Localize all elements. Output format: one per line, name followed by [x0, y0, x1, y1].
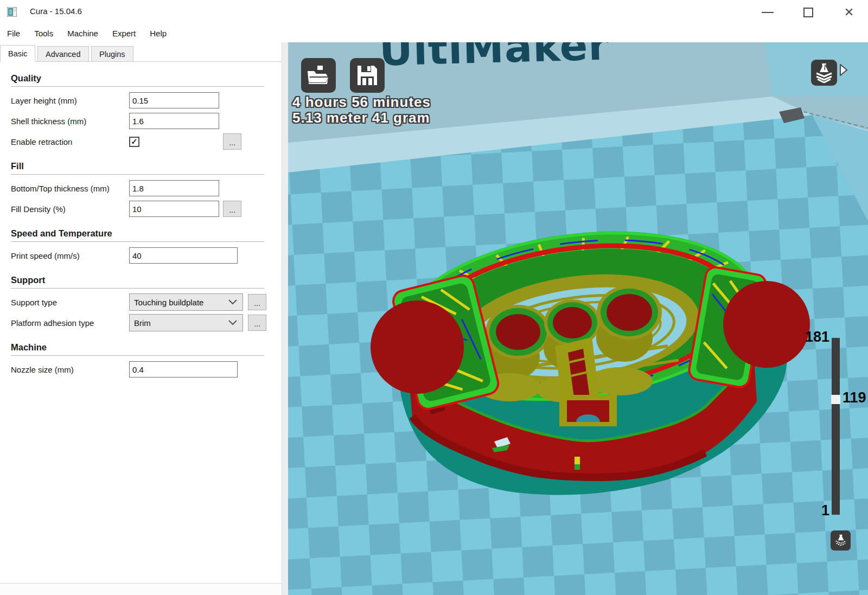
bottom-top-thickness-input[interactable] — [129, 180, 219, 196]
nozzle-size-input[interactable] — [129, 361, 238, 378]
layer-view-mini-button[interactable] — [831, 530, 851, 551]
panel-gutter — [282, 42, 288, 595]
save-toolpath-button[interactable] — [350, 58, 385, 93]
menu-machine[interactable]: Machine — [61, 26, 105, 41]
layer-max-label: 181 — [801, 329, 829, 346]
section-quality: Quality — [11, 73, 264, 87]
tab-advanced[interactable]: Advanced — [37, 46, 89, 62]
section-machine: Machine — [11, 342, 264, 356]
minimize-button[interactable] — [751, 0, 784, 24]
view-mode-button[interactable] — [811, 60, 837, 86]
maximize-icon — [803, 8, 813, 17]
load-model-icon — [307, 65, 330, 86]
close-button[interactable]: ✕ — [833, 0, 865, 24]
maximize-button[interactable] — [792, 0, 825, 24]
layer-height-label: Layer height (mm) — [11, 96, 129, 105]
menubar: File Tools Machine Expert Help — [0, 24, 868, 42]
layer-view-mini-icon — [834, 534, 847, 548]
print-time: 4 hours 56 minutes — [292, 94, 431, 111]
section-fill: Fill — [11, 161, 264, 175]
print-speed-input[interactable] — [129, 247, 238, 264]
fill-density-more-button[interactable]: ... — [223, 201, 241, 217]
support-type-value: Touching buildplate — [134, 298, 203, 307]
platform-adhesion-label: Platform adhesion type — [11, 318, 129, 328]
minimize-icon — [762, 12, 774, 13]
retraction-more-button[interactable]: ... — [223, 133, 241, 150]
support-type-label: Support type — [11, 298, 129, 307]
platform-adhesion-dropdown[interactable]: Brim — [129, 314, 243, 331]
layer-height-input[interactable] — [129, 92, 219, 108]
platform-adhesion-value: Brim — [134, 318, 151, 328]
section-support: Support — [11, 275, 264, 289]
menu-tools[interactable]: Tools — [28, 26, 60, 41]
layer-min-label: 1 — [810, 502, 829, 519]
tab-plugins[interactable]: Plugins — [91, 46, 133, 62]
enable-retraction-checkbox[interactable]: ✓ — [129, 137, 139, 147]
bottom-top-thickness-label: Bottom/Top thickness (mm) — [11, 184, 129, 193]
titlebar: Cura - 15.04.6 ✕ — [0, 0, 868, 24]
settings-panel: Quality Layer height (mm) Shell thicknes… — [0, 62, 282, 583]
nozzle-size-label: Nozzle size (mm) — [11, 365, 129, 374]
chevron-down-icon — [228, 320, 237, 325]
load-model-button[interactable] — [301, 58, 336, 93]
support-type-more-button[interactable]: ... — [248, 294, 266, 310]
fill-density-input[interactable] — [129, 201, 219, 217]
shell-thickness-label: Shell thickness (mm) — [11, 117, 129, 126]
shell-thickness-input[interactable] — [129, 113, 219, 129]
viewport-3d[interactable]: UltiMaker 4 hours 56 minutes 5.13 meter … — [288, 42, 868, 595]
layer-slider-handle[interactable] — [831, 395, 840, 404]
layer-current-label: 119 — [843, 389, 866, 406]
layer-slider[interactable] — [832, 338, 840, 515]
menu-expert[interactable]: Expert — [106, 26, 142, 41]
left-pocket-bore — [371, 300, 464, 394]
enable-retraction-label: Enable retraction — [11, 137, 129, 146]
platform-adhesion-more-button[interactable]: ... — [248, 315, 266, 331]
close-icon: ✕ — [844, 7, 854, 18]
layer-view-icon — [814, 62, 834, 83]
tabstrip: Basic Advanced Plugins — [0, 46, 288, 62]
section-speed-temperature: Speed and Temperature — [11, 228, 264, 242]
print-speed-label: Print speed (mm/s) — [11, 251, 129, 260]
window-title: Cura - 15.04.6 — [30, 7, 82, 16]
panel-bottom-strip — [0, 583, 282, 595]
save-toolpath-icon — [356, 65, 378, 86]
right-pocket-bore — [723, 281, 810, 368]
tab-basic[interactable]: Basic — [0, 45, 35, 62]
chevron-down-icon — [228, 299, 237, 305]
view-mode-expand-icon[interactable] — [839, 64, 848, 76]
support-type-dropdown[interactable]: Touching buildplate — [129, 293, 243, 311]
print-material: 5.13 meter 41 gram — [292, 110, 430, 126]
checkmark-icon: ✓ — [131, 137, 138, 146]
fill-density-label: Fill Density (%) — [11, 204, 129, 214]
menu-help[interactable]: Help — [143, 26, 173, 41]
cura-app-icon — [7, 7, 17, 17]
menu-file[interactable]: File — [1, 26, 27, 41]
